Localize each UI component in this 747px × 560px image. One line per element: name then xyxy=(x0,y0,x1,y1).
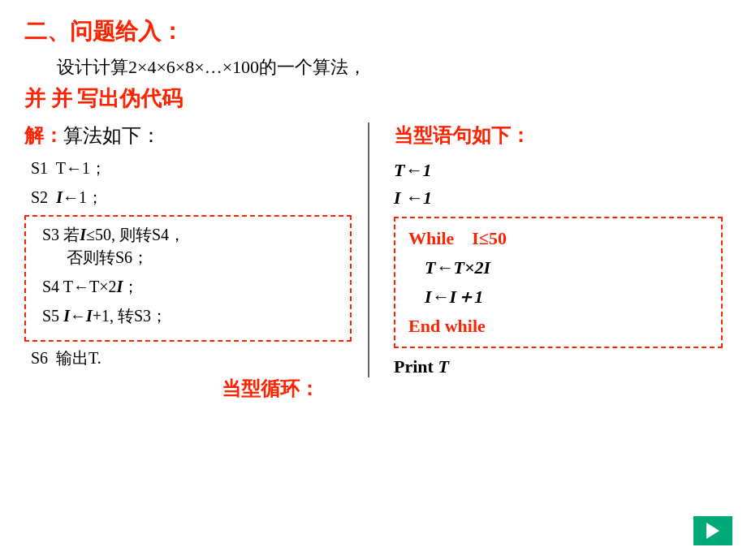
assign-i: I ←1 xyxy=(394,187,723,209)
while-block: While I≤50 T←T×2I I←I＋1 End while xyxy=(394,217,723,348)
right-title: 当型语句如下： xyxy=(394,123,723,149)
page: 二、问题给入： 设计计算2×4×6×8×…×100的一个算法， 并 并 写出伪代… xyxy=(0,0,747,560)
step-s5: S5 I←I+1, 转S3； xyxy=(36,304,340,327)
print-line: Print T xyxy=(394,356,723,377)
next-button[interactable] xyxy=(693,516,732,545)
right-panel: 当型语句如下： T←1 I ←1 While I≤50 T←T×2I I←I＋1… xyxy=(369,123,723,377)
loop-label: 当型循环： xyxy=(222,376,319,402)
dashed-box-loop: S3 若I≤50, 则转S4， 否则转S6； S4 T←T×2I； S5 I←I… xyxy=(24,215,352,342)
step-s2: S2 I←1； xyxy=(24,186,352,209)
end-while: End while xyxy=(408,316,708,337)
pseudocode-label: 并 并 写出伪代码 xyxy=(24,84,723,113)
main-title: 二、问题给入： xyxy=(24,16,723,47)
step-s3: S3 若I≤50, 则转S4， 否则转S6； xyxy=(36,223,340,269)
assign-t: T←1 xyxy=(394,160,723,181)
while-condition: While I≤50 xyxy=(408,228,708,249)
body-line-2: I←I＋1 xyxy=(408,285,708,309)
content-area: 解：算法如下： S1 T←1； S2 I←1； S3 若I≤50, 则转S4， … xyxy=(24,123,723,377)
step-s4: S4 T←T×2I； xyxy=(36,275,340,298)
body-line-1: T←T×2I xyxy=(408,257,708,278)
step-s6: S6 输出T. xyxy=(24,347,352,369)
subtitle: 设计计算2×4×6×8×…×100的一个算法， xyxy=(24,55,723,80)
step-s1: S1 T←1； xyxy=(24,157,352,179)
left-panel: 解：算法如下： S1 T←1； S2 I←1； S3 若I≤50, 则转S4， … xyxy=(24,123,369,377)
sol-label: 解：算法如下： xyxy=(24,123,352,149)
